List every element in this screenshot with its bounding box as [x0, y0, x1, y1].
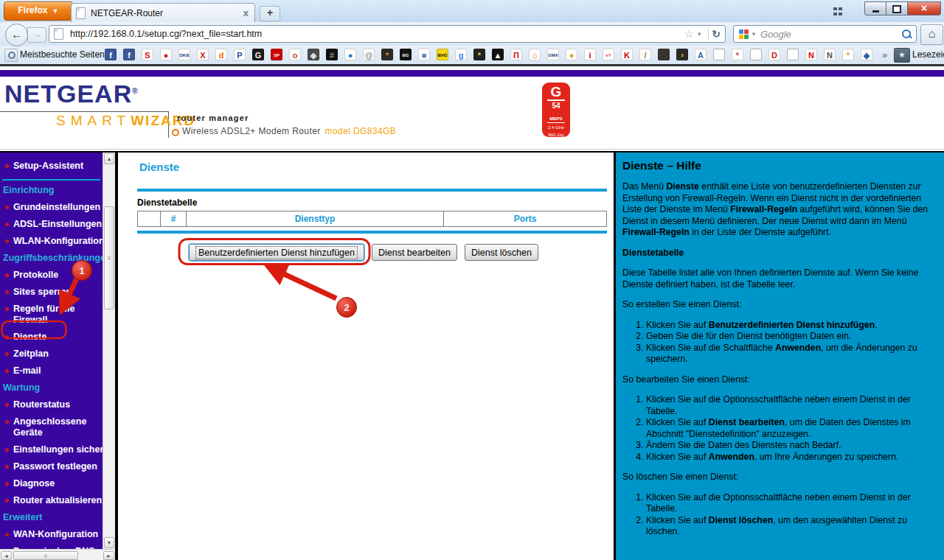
window-minimize-button[interactable] — [864, 1, 886, 15]
sidebar-item-regeln-für-die-firewall[interactable]: Regeln für dieFirewall — [0, 301, 103, 329]
monitor-favicon[interactable]: ■ — [418, 49, 430, 60]
sidebar-vertical-scrollbar[interactable]: ▲ ≡ ▼ — [103, 153, 115, 549]
scroll-right-arrow[interactable]: ► — [103, 551, 114, 560]
google-favicon[interactable]: g — [455, 49, 467, 60]
button-benutzerdefinierten-dienst-hinzufügen[interactable]: Benutzerdefinierten Dienst hinzufügen — [189, 244, 364, 261]
tab-groups-icon[interactable] — [833, 7, 844, 16]
g-dark-favicon[interactable]: G — [252, 49, 264, 60]
sidebar-item-diagnose[interactable]: Diagnose — [0, 475, 103, 492]
window-restore-button[interactable] — [886, 1, 908, 15]
plain-page-2-favicon[interactable] — [750, 49, 762, 60]
sidebar-item-e-mail[interactable]: E-mail — [0, 363, 103, 379]
search-icon[interactable] — [902, 29, 911, 38]
smartwizard-wordmark: SMARTWIZARD — [56, 113, 195, 129]
d-orange-favicon[interactable]: d — [215, 49, 227, 60]
sidebar-item-wlan-konfiguration[interactable]: WLAN-Konfiguration — [0, 233, 103, 250]
sparkasse-favicon[interactable]: S — [142, 49, 153, 60]
sun-color-favicon[interactable]: * — [842, 49, 854, 60]
eiffel-favicon[interactable]: A — [695, 49, 707, 60]
plain-page-3-favicon[interactable] — [787, 49, 799, 60]
sidebar-item-zeitplan[interactable]: Zeitplan — [0, 346, 103, 363]
bookmark-star-icon[interactable]: ☆ — [684, 28, 694, 40]
book-blue-favicon[interactable]: ◆ — [861, 49, 872, 60]
brandenburg-gate-favicon[interactable]: Π — [510, 49, 522, 60]
facebook-favicon[interactable]: f — [105, 49, 117, 60]
building-favicon[interactable]: ⌂ — [529, 49, 541, 60]
p-blue-favicon[interactable]: P — [234, 49, 246, 60]
sidebar-item-wan-konfiguration[interactable]: WAN-Konfiguration — [0, 526, 103, 543]
tab-close-icon[interactable]: x — [242, 7, 250, 18]
bvg-favicon[interactable]: BVG — [437, 49, 448, 60]
dkb-favicon[interactable]: DKB — [178, 49, 190, 60]
blue-swirl-favicon[interactable]: ● — [344, 49, 356, 60]
firefox-menu-button[interactable]: Firefox▼ — [4, 1, 73, 21]
n-gray-favicon[interactable]: N — [824, 49, 836, 60]
sidebar-item-adsl-einstellungen[interactable]: ADSL-Einstellungen — [0, 216, 103, 233]
scroll-left-arrow[interactable]: ◄ — [1, 551, 12, 560]
photo-dark-favicon[interactable] — [658, 49, 670, 60]
most-visited-icon[interactable] — [4, 49, 18, 62]
search-input[interactable]: ▼ Google — [733, 25, 917, 43]
puzzle-favicon[interactable]: 3 — [676, 49, 688, 60]
sidebar-item-angeschlossene-geräte[interactable]: AngeschlosseneGeräte — [0, 413, 103, 441]
sidebar-item-dynamisches-dns[interactable]: Dynamisches DNS — [0, 543, 103, 549]
scrollbar-thumb[interactable]: ≡ — [104, 206, 114, 309]
sidebar-item-einstellungen-sichern[interactable]: Einstellungen sichern — [0, 441, 103, 458]
n-red-favicon[interactable]: N — [805, 49, 817, 60]
bookmarks-menu-star-icon[interactable]: ★ — [894, 48, 910, 63]
scroll-down-arrow[interactable]: ▼ — [104, 537, 114, 548]
person-red-favicon[interactable]: i — [584, 49, 596, 60]
red-dot-favicon[interactable]: ● — [160, 49, 172, 60]
tab-netgear-router[interactable]: NETGEAR-Router x — [71, 3, 255, 22]
sidebar-item-dienste[interactable]: Dienste — [0, 329, 103, 346]
ebay-favicon[interactable]: eY — [603, 49, 614, 60]
flame-favicon[interactable]: * — [381, 49, 393, 60]
chevron-down-icon[interactable]: ▼ — [751, 31, 757, 38]
button-dienst-löschen[interactable]: Dienst löschen — [465, 244, 538, 261]
new-tab-button[interactable]: + — [260, 6, 280, 21]
button-dienst-bearbeiten[interactable]: Dienst bearbeiten — [372, 244, 457, 261]
sidebar-item-setup-assistent[interactable]: Setup-Assistent — [0, 158, 103, 175]
facebook-2-favicon[interactable]: f — [123, 49, 135, 60]
site-identity-icon[interactable] — [54, 28, 63, 40]
bg-black-favicon[interactable]: BG — [400, 49, 412, 60]
google-logo-icon[interactable] — [739, 29, 749, 39]
sidebar-item-routerstatus[interactable]: Routerstatus — [0, 396, 103, 413]
forward-button[interactable]: → — [27, 27, 46, 43]
gmx-favicon[interactable]: GMX — [547, 49, 559, 60]
red-bullet-icon — [5, 465, 9, 469]
at-sign-favicon[interactable]: @ — [363, 49, 375, 60]
window-close-button[interactable]: × — [907, 1, 941, 15]
back-button[interactable]: ← — [5, 24, 28, 46]
bookmarks-menu-label[interactable]: Lesezeichen — [912, 46, 944, 64]
most-visited-label[interactable]: Meistbesuchte Seiten — [20, 46, 105, 64]
sidebar-item-grundeinstellungen[interactable]: Grundeinstellungen — [0, 199, 103, 216]
sidebar-item-passwort-festlegen[interactable]: Passwort festlegen — [0, 458, 103, 475]
gold-dark-favicon[interactable]: * — [473, 49, 485, 60]
k-circle-favicon[interactable]: K — [621, 49, 633, 60]
home-button[interactable]: ⌂ — [920, 24, 943, 45]
forum-favicon[interactable]: o — [289, 49, 301, 60]
sidebar-section-einrichtung: Einrichtung — [0, 182, 103, 199]
camera-dark-favicon[interactable]: ◆ — [308, 49, 319, 60]
bookmarks-overflow-chevron[interactable]: » — [882, 46, 887, 64]
bank-favicon[interactable]: ● — [566, 49, 577, 60]
dslr-favicon[interactable]: D — [768, 49, 780, 60]
sidebar-item-sites-sperren[interactable]: Sites sperren — [0, 284, 103, 301]
netgear-logo: NETGEAR® — [4, 80, 139, 108]
sidebar-item-router-aktualisieren[interactable]: Router aktualisieren — [0, 492, 103, 509]
spiegel-online-favicon[interactable]: SP — [271, 49, 282, 60]
x-red-favicon[interactable]: X — [197, 49, 209, 60]
scroll-up-arrow[interactable]: ▲ — [104, 153, 114, 164]
sidebar-horizontal-scrollbar[interactable]: ◄ ≡ ► — [0, 549, 115, 560]
plain-page-favicon[interactable] — [713, 49, 725, 60]
cursor-favicon[interactable]: ▲ — [492, 49, 504, 60]
gear-color-favicon[interactable]: * — [732, 49, 743, 60]
dark-grid-favicon[interactable]: # — [326, 49, 338, 60]
reload-icon[interactable]: ↻ — [712, 28, 721, 40]
scrollbar-thumb[interactable]: ≡ — [13, 551, 78, 560]
chevron-down-icon[interactable]: ▼ — [696, 31, 702, 38]
sidebar-item-protokolle[interactable]: Protokolle — [0, 267, 103, 284]
quill-favicon[interactable]: / — [639, 49, 651, 60]
url-input[interactable]: http://192.168.0.1/setup.cgi?next_file=s… — [49, 25, 726, 43]
